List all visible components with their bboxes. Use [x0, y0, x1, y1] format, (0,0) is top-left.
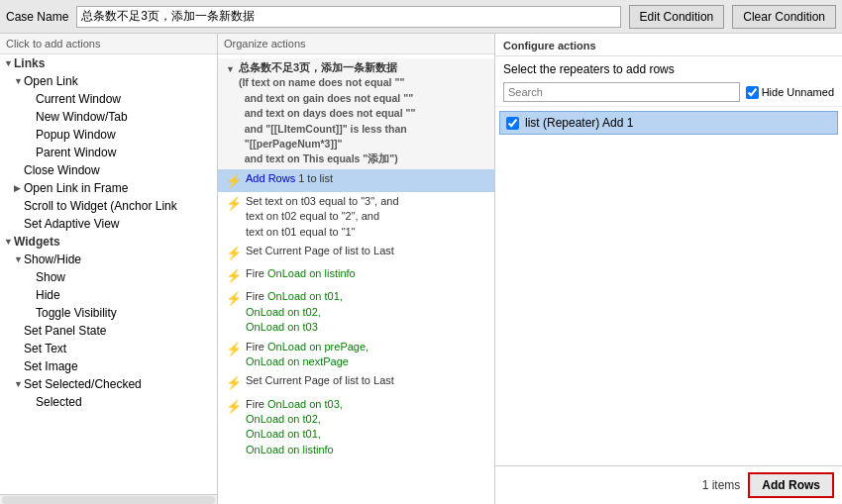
hide-unnamed-checkbox[interactable] — [746, 86, 759, 99]
action-add-rows[interactable]: ⚡ Add Rows 1 to list — [218, 169, 494, 192]
fire3-target: OnLoad on prePage,OnLoad on nextPage — [246, 341, 368, 367]
widgets-label: Widgets — [14, 235, 60, 249]
sidebar-item-show[interactable]: Show — [0, 268, 217, 286]
show-hide-label: Show/Hide — [24, 252, 81, 266]
set-adaptive-label: Set Adaptive View — [24, 217, 120, 231]
sidebar-item-open-link-frame[interactable]: ▶ Open Link in Frame — [0, 179, 217, 197]
sh-arrow: ▼ — [14, 254, 24, 264]
header-bar: Case Name Edit Condition Clear Condition — [0, 0, 842, 34]
right-toolbar: Hide Unnamed — [495, 78, 842, 107]
list-item-checkbox[interactable] — [506, 117, 519, 130]
sidebar-item-popup-window[interactable]: Popup Window — [0, 126, 217, 144]
show-label: Show — [36, 270, 65, 284]
fire2-target: OnLoad on t01,OnLoad on t02,OnLoad on t0… — [246, 290, 343, 333]
sidebar-item-widgets[interactable]: ▼ Widgets — [0, 233, 217, 251]
set-selected-label: Set Selected/Checked — [24, 377, 142, 391]
action-set-text-t03[interactable]: ⚡ Set text on t03 equal to "3", andtext … — [218, 192, 494, 242]
widgets-arrow: ▼ — [4, 237, 14, 247]
hide-arrow — [26, 290, 36, 300]
sidebar-item-set-image[interactable]: Set Image — [0, 357, 217, 375]
sidebar-item-set-selected[interactable]: ▼ Set Selected/Checked — [0, 375, 217, 393]
action-fire-t01-text: Fire OnLoad on t01,OnLoad on t02,OnLoad … — [246, 289, 343, 335]
action-fire-final-text: Fire OnLoad on t03,OnLoad on t02,OnLoad … — [246, 397, 343, 458]
sidebar-item-close-window[interactable]: Close Window — [0, 161, 217, 179]
action-fire-final[interactable]: ⚡ Fire OnLoad on t03,OnLoad on t02,OnLoa… — [218, 395, 494, 460]
sidebar-item-open-link[interactable]: ▼ Open Link — [0, 72, 217, 90]
action-fire-listinfo-text: Fire OnLoad on listinfo — [246, 266, 356, 281]
clear-condition-button[interactable]: Clear Condition — [732, 5, 836, 29]
left-panel-title: Click to add actions — [0, 34, 217, 54]
sidebar-item-toggle-visibility[interactable]: Toggle Visibility — [0, 304, 217, 322]
action-add-rows-text: Add Rows 1 to list — [246, 171, 333, 186]
bolt-icon-4: ⚡ — [226, 267, 242, 285]
add-rows-label: Add Rows — [246, 172, 295, 184]
action-set-current-page-2[interactable]: ⚡ Set Current Page of list to Last — [218, 371, 494, 394]
search-input[interactable] — [503, 82, 740, 102]
sidebar-item-set-adaptive[interactable]: Set Adaptive View — [0, 215, 217, 233]
bolt-icon-6: ⚡ — [226, 341, 242, 358]
tv-arrow — [26, 308, 36, 318]
hide-unnamed-label[interactable]: Hide Unnamed — [746, 86, 834, 99]
sel-arrow — [26, 397, 36, 407]
action-fire-t01[interactable]: ⚡ Fire OnLoad on t01,OnLoad on t02,OnLoa… — [218, 287, 494, 337]
set-image-label: Set Image — [24, 359, 78, 373]
open-link-label: Open Link — [24, 74, 78, 88]
main-layout: Click to add actions ▼ Links ▼ Open Link… — [0, 34, 842, 504]
close-window-label: Close Window — [24, 163, 100, 177]
sidebar-item-hide[interactable]: Hide — [0, 286, 217, 304]
condition-group-header[interactable]: ▼ 总条数不足3页，添加一条新数据 (If text on name does … — [218, 58, 494, 169]
configure-actions-label: Configure actions — [503, 40, 596, 51]
cw-arrow — [26, 94, 36, 104]
right-panel-title: Configure actions — [495, 34, 842, 56]
selected-label: Selected — [36, 395, 82, 409]
show-arrow — [26, 272, 36, 282]
bolt-icon-3: ⚡ — [226, 245, 242, 262]
sw-arrow — [14, 201, 24, 211]
ss-arrow: ▼ — [14, 379, 24, 389]
new-window-label: New Window/Tab — [36, 110, 128, 124]
open-link-arrow: ▼ — [14, 76, 24, 86]
toggle-visibility-label: Toggle Visibility — [36, 306, 117, 320]
pw-arrow — [26, 130, 36, 140]
action-fire-prepage[interactable]: ⚡ Fire OnLoad on prePage,OnLoad on nextP… — [218, 338, 494, 372]
action-fire-listinfo[interactable]: ⚡ Fire OnLoad on listinfo — [218, 264, 494, 287]
condition-header-text: 总条数不足3页，添加一条新数据 (If text on name does no… — [239, 60, 416, 167]
edit-condition-button[interactable]: Edit Condition — [629, 5, 725, 29]
condition-tri-icon: ▼ — [226, 63, 235, 76]
sidebar-item-new-window[interactable]: New Window/Tab — [0, 108, 217, 126]
links-arrow: ▼ — [4, 58, 14, 68]
right-panel: Configure actions Select the repeaters t… — [495, 34, 842, 504]
case-name-input[interactable] — [76, 6, 620, 28]
set-text-label: Set Text — [24, 342, 66, 355]
add-rows-button[interactable]: Add Rows — [748, 472, 834, 498]
action-scp1-text: Set Current Page of list to Last — [246, 244, 394, 258]
sidebar-item-show-hide[interactable]: ▼ Show/Hide — [0, 251, 217, 268]
scroll-widget-label: Scroll to Widget (Anchor Link — [24, 199, 177, 213]
case-name-label: Case Name — [6, 10, 68, 24]
action-set-current-page-1[interactable]: ⚡ Set Current Page of list to Last — [218, 242, 494, 264]
sidebar-item-scroll-widget[interactable]: Scroll to Widget (Anchor Link — [0, 197, 217, 215]
left-h-scrollbar[interactable] — [2, 496, 215, 504]
sidebar-item-links[interactable]: ▼ Links — [0, 54, 217, 72]
sidebar-item-parent-window[interactable]: Parent Window — [0, 144, 217, 161]
action-fire-prepage-text: Fire OnLoad on prePage,OnLoad on nextPag… — [246, 340, 368, 370]
si-arrow — [14, 361, 24, 371]
items-count: 1 items — [702, 478, 741, 492]
bolt-icon-5: ⚡ — [226, 290, 242, 308]
condition-detail: (If text on name does not equal "" and t… — [239, 76, 416, 164]
middle-panel-title: Organize actions — [218, 34, 494, 54]
left-panel: Click to add actions ▼ Links ▼ Open Link… — [0, 34, 218, 504]
parent-window-label: Parent Window — [36, 146, 116, 159]
fire1-target: OnLoad on listinfo — [267, 267, 356, 279]
popup-window-label: Popup Window — [36, 128, 116, 142]
sa-arrow — [14, 219, 24, 229]
sidebar-item-current-window[interactable]: Current Window — [0, 90, 217, 108]
hide-label: Hide — [36, 288, 60, 302]
left-scrollbar-area — [0, 494, 217, 504]
sidebar-item-set-panel-state[interactable]: Set Panel State — [0, 322, 217, 340]
sidebar-item-set-text[interactable]: Set Text — [0, 340, 217, 357]
list-item[interactable]: list (Repeater) Add 1 — [499, 111, 838, 135]
left-tree: ▼ Links ▼ Open Link Current Window New W… — [0, 54, 217, 494]
links-label: Links — [14, 56, 45, 70]
sidebar-item-selected[interactable]: Selected — [0, 393, 217, 411]
